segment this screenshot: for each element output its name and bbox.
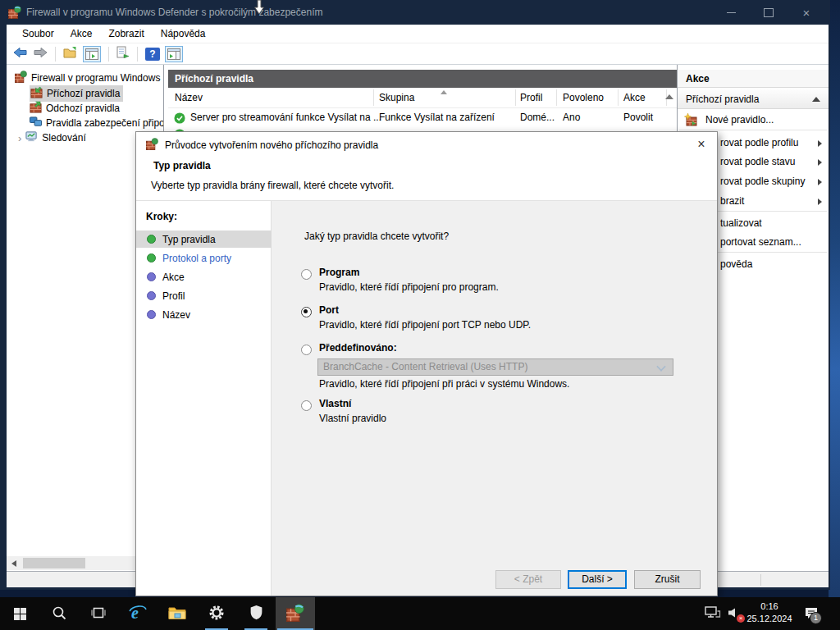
menu-soubor[interactable]: Soubor: [14, 25, 62, 42]
folder-icon[interactable]: [63, 46, 78, 62]
step-label: Typ pravidla: [162, 234, 216, 245]
close-icon: ×: [697, 137, 705, 152]
rule-group: Funkce Vysílat na zařízení: [379, 112, 495, 123]
firewall-app-icon: [286, 604, 304, 624]
scroll-up-icon[interactable]: [665, 94, 673, 99]
wizard-step-typ-pravidla[interactable]: Typ pravidla: [136, 231, 272, 248]
steps-heading: Kroky:: [146, 211, 177, 222]
column-divider[interactable]: [618, 89, 619, 106]
windows-security-button[interactable]: [236, 597, 276, 630]
tree-item-prichozi-pravidla[interactable]: Příchozí pravidla: [30, 86, 123, 101]
minimize-button[interactable]: [712, 0, 750, 25]
taskbar-clock[interactable]: 0:16 25.12.2024: [743, 600, 796, 625]
table-row[interactable]: Server pro streamování funkce Vysílat na…: [168, 109, 677, 127]
option-predefined-label[interactable]: Předdefinováno:: [319, 342, 397, 354]
gear-icon: [208, 605, 225, 623]
step-label: Profil: [162, 290, 185, 302]
column-header-skupina[interactable]: Skupina: [379, 92, 414, 103]
step-bullet-icon: [147, 291, 156, 300]
help-icon[interactable]: ?: [145, 48, 160, 61]
step-bullet-icon: [147, 272, 156, 281]
radio-custom[interactable]: [301, 400, 312, 411]
radio-port[interactable]: [301, 307, 312, 317]
collapse-section-icon[interactable]: [812, 97, 820, 102]
cancel-button[interactable]: Zrušit: [634, 570, 701, 589]
back-icon[interactable]: [13, 46, 28, 62]
expander-chevron-icon[interactable]: ›: [18, 132, 21, 144]
taskbar-search-button[interactable]: [39, 597, 79, 630]
close-button[interactable]: ×: [788, 0, 825, 25]
task-view-button[interactable]: [79, 597, 118, 630]
wizard-step-profil[interactable]: Profil: [136, 287, 272, 304]
action-center-button[interactable]: 1: [799, 597, 824, 630]
volume-tray-button[interactable]: ×: [725, 597, 745, 630]
scroll-left-icon[interactable]: [11, 560, 16, 567]
tree-item-label: Odchozí pravidla: [46, 103, 120, 114]
column-header-nazev[interactable]: Název: [175, 92, 203, 103]
network-tray-button[interactable]: [702, 597, 724, 630]
back-button[interactable]: < Zpět: [495, 570, 561, 589]
notification-badge: 1: [810, 612, 822, 624]
wizard-step-protokol-a-porty[interactable]: Protokol a porty: [136, 249, 272, 267]
menu-zobrazit[interactable]: Zobrazit: [100, 25, 152, 42]
option-custom-label[interactable]: Vlastní: [319, 398, 351, 409]
file-explorer-button[interactable]: [158, 597, 197, 630]
tree-item-pravidla-zabezpeceni[interactable]: Pravidla zabezpečení připoj: [30, 116, 164, 130]
action-pane-toggle-icon[interactable]: [165, 46, 183, 62]
submenu-arrow-icon: [818, 199, 822, 205]
step-label[interactable]: Protokol a porty: [162, 253, 231, 264]
close-icon: ×: [803, 7, 810, 19]
actions-pane-title: Akce: [678, 70, 829, 88]
radio-program[interactable]: [301, 269, 312, 280]
folder-icon: [168, 605, 186, 623]
option-program-label[interactable]: Program: [319, 267, 359, 278]
radio-predefined[interactable]: [301, 345, 312, 355]
wizard-step-akce[interactable]: Akce: [136, 268, 272, 285]
tree-item-label: Sledování: [42, 132, 85, 144]
wizard-step-nazev[interactable]: Název: [136, 306, 272, 323]
list-panel-title: Příchozí pravidla: [168, 70, 677, 88]
wizard-page-subtitle: Vyberte typ pravidla brány firewall, kte…: [151, 180, 394, 191]
submenu-arrow-icon: [818, 159, 822, 166]
dropdown-selected-value: BranchCache - Content Retrieval (Uses HT…: [323, 361, 527, 372]
actions-divider: [679, 130, 827, 130]
window-titlebar: Firewall v programu Windows Defender s p…: [0, 0, 830, 25]
actions-section-header[interactable]: Příchozí pravidla: [678, 89, 829, 109]
tree-item-label: Příchozí pravidla: [47, 88, 120, 99]
monitoring-icon: [25, 130, 38, 145]
rule-name: Server pro streamování funkce Vysílat na…: [190, 112, 381, 123]
maximize-button[interactable]: [750, 0, 788, 25]
tree-item-sledovani[interactable]: › Sledování: [18, 130, 86, 145]
next-button[interactable]: Další >: [568, 570, 627, 589]
column-divider[interactable]: [373, 89, 374, 106]
submenu-arrow-icon: [818, 179, 822, 185]
column-header-akce[interactable]: Akce: [623, 92, 646, 103]
menu-akce[interactable]: Akce: [62, 25, 101, 42]
column-divider[interactable]: [515, 89, 516, 106]
clock-time: 0:16: [743, 600, 796, 613]
settings-button[interactable]: [197, 597, 236, 630]
option-port-label[interactable]: Port: [319, 304, 339, 316]
tree-item-odchozi-pravidla[interactable]: Odchozí pravidla: [30, 101, 120, 116]
internet-explorer-button[interactable]: e: [118, 597, 158, 630]
start-button[interactable]: [0, 597, 39, 630]
internet-explorer-icon: e: [128, 603, 148, 625]
step-label: Název: [162, 309, 190, 321]
column-header-profil[interactable]: Profil: [520, 92, 542, 103]
export-list-icon[interactable]: [116, 46, 130, 62]
new-rule-wizard-dialog: Průvodce vytvořením nového příchozího pr…: [135, 131, 718, 596]
console-tree-toggle-icon[interactable]: [83, 46, 101, 62]
forward-icon[interactable]: [33, 46, 48, 62]
menu-napoveda[interactable]: Nápověda: [153, 25, 214, 42]
minimize-icon: [727, 12, 736, 13]
rule-enabled: Ano: [563, 112, 580, 123]
wizard-close-button[interactable]: ×: [689, 134, 714, 155]
scrollbar-thumb[interactable]: [23, 558, 85, 568]
column-header-povoleno[interactable]: Povoleno: [563, 92, 604, 103]
tree-root-label: Firewall v programu Windows D: [31, 72, 164, 84]
tree-root-firewall[interactable]: Firewall v programu Windows D: [15, 71, 164, 85]
column-divider[interactable]: [556, 89, 557, 106]
firewall-console-taskbar-button[interactable]: [276, 597, 315, 630]
action-new-rule[interactable]: Nové pravidlo...: [678, 111, 829, 130]
option-port-desc: Pravidlo, které řídí připojení port TCP …: [319, 319, 531, 331]
